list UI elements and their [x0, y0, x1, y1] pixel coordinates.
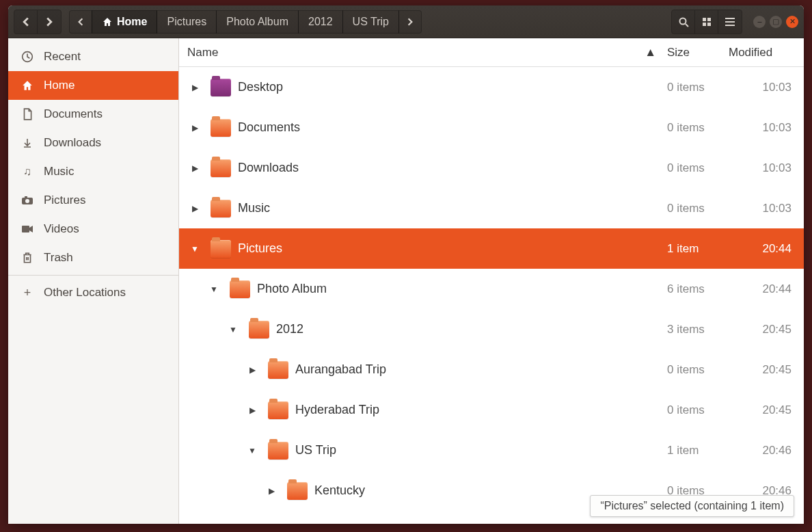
file-modified: 20:46: [729, 444, 804, 457]
file-size: 1 item: [667, 444, 729, 457]
file-size: 0 items: [667, 403, 729, 417]
path-start-button[interactable]: [69, 10, 92, 34]
breadcrumb-home[interactable]: Home: [92, 10, 157, 34]
file-row[interactable]: ▶Downloads0 items10:03: [179, 148, 804, 188]
close-button[interactable]: ✕: [786, 16, 798, 28]
file-size: 0 items: [667, 363, 729, 377]
svg-rect-5: [707, 23, 711, 26]
breadcrumb-item[interactable]: 2012: [298, 10, 343, 34]
clock-icon: [21, 51, 34, 63]
file-size: 0 items: [667, 81, 729, 94]
file-modified: 20:45: [729, 323, 804, 336]
home-icon: [21, 79, 34, 92]
file-row[interactable]: ▶Hyderabad Trip0 items20:45: [179, 390, 804, 430]
file-name: Documents: [238, 120, 300, 135]
hamburger-menu-button[interactable]: [718, 10, 742, 34]
disclosure-closed-icon[interactable]: ▶: [189, 83, 201, 92]
svg-rect-12: [25, 196, 27, 198]
column-size[interactable]: Size: [667, 46, 729, 59]
sidebar-item-trash[interactable]: Trash: [8, 243, 178, 272]
column-headers: Name ▲ Size Modified: [179, 38, 804, 67]
file-modified: 20:45: [729, 403, 804, 417]
sidebar-item-label: Music: [44, 165, 74, 178]
sidebar: RecentHomeDocumentsDownloads♫MusicPictur…: [8, 38, 179, 524]
down-icon: [21, 137, 34, 149]
file-row[interactable]: ▶Documents0 items10:03: [179, 107, 804, 148]
sidebar-item-recent[interactable]: Recent: [8, 42, 178, 71]
svg-rect-3: [707, 18, 711, 21]
sidebar-item-label: Documents: [44, 107, 103, 121]
sidebar-item-other-locations[interactable]: +Other Locations: [8, 278, 178, 307]
path-bar: Home Pictures Photo Album 2012 US Trip: [70, 10, 667, 34]
file-size: 1 item: [667, 242, 729, 256]
disclosure-closed-icon[interactable]: ▶: [189, 123, 201, 133]
file-name: 2012: [276, 322, 303, 336]
maximize-icon: ▢: [772, 17, 779, 26]
file-row[interactable]: ▼US Trip1 item20:46: [179, 430, 804, 470]
file-row[interactable]: ▼Pictures1 item20:44: [179, 228, 804, 269]
file-row[interactable]: ▼Photo Album6 items20:44: [179, 269, 804, 309]
breadcrumb-item[interactable]: US Trip: [342, 10, 399, 34]
minimize-button[interactable]: ‒: [753, 16, 766, 28]
file-name: Music: [238, 201, 270, 215]
folder-icon: [211, 119, 231, 137]
path-overflow-button[interactable]: [398, 10, 422, 34]
sidebar-item-label: Downloads: [44, 136, 101, 150]
folder-icon: [268, 442, 288, 460]
disclosure-open-icon[interactable]: ▼: [246, 446, 258, 455]
status-text: “Pictures” selected (containing 1 item): [600, 500, 784, 511]
sidebar-item-documents[interactable]: Documents: [8, 100, 178, 129]
search-button[interactable]: [672, 10, 695, 34]
breadcrumb-label: Photo Album: [226, 16, 288, 28]
file-row[interactable]: ▶Desktop0 items10:03: [179, 67, 804, 107]
sidebar-item-downloads[interactable]: Downloads: [8, 129, 178, 157]
music-icon: ♫: [21, 165, 34, 178]
file-list[interactable]: ▶Desktop0 items10:03▶Documents0 items10:…: [179, 67, 804, 524]
back-button[interactable]: [14, 10, 38, 34]
file-name: Hyderabad Trip: [295, 403, 379, 417]
file-name: Pictures: [238, 241, 282, 256]
sidebar-item-home[interactable]: Home: [8, 71, 178, 100]
file-name: Aurangabad Trip: [295, 362, 386, 377]
disclosure-closed-icon[interactable]: ▶: [246, 365, 258, 375]
status-bar: “Pictures” selected (containing 1 item): [590, 495, 794, 517]
file-modified: 10:03: [729, 121, 804, 135]
breadcrumb-label: US Trip: [353, 16, 389, 28]
breadcrumb-item[interactable]: Photo Album: [216, 10, 299, 34]
breadcrumb-label: 2012: [308, 16, 333, 28]
column-modified[interactable]: Modified: [729, 46, 804, 59]
sidebar-item-pictures[interactable]: Pictures: [8, 186, 178, 215]
folder-icon: [287, 482, 308, 500]
file-modified: 20:44: [729, 242, 804, 256]
column-name[interactable]: Name ▲: [187, 46, 667, 59]
disclosure-open-icon[interactable]: ▼: [208, 284, 220, 294]
sidebar-item-music[interactable]: ♫Music: [8, 157, 178, 186]
file-size: 0 items: [667, 121, 729, 135]
disclosure-closed-icon[interactable]: ▶: [246, 405, 258, 415]
forward-button[interactable]: [38, 10, 61, 34]
file-row[interactable]: ▶Music0 items10:03: [179, 188, 804, 228]
disclosure-closed-icon[interactable]: ▶: [189, 163, 201, 173]
disclosure-closed-icon[interactable]: ▶: [189, 204, 201, 213]
sidebar-item-videos[interactable]: Videos: [8, 215, 178, 243]
folder-icon: [211, 240, 231, 258]
maximize-button[interactable]: ▢: [770, 16, 782, 28]
disclosure-open-icon[interactable]: ▼: [189, 244, 201, 254]
breadcrumb-item[interactable]: Pictures: [157, 10, 217, 34]
file-row[interactable]: ▶Aurangabad Trip0 items20:45: [179, 349, 804, 390]
disclosure-closed-icon[interactable]: ▶: [265, 486, 278, 496]
file-manager-window: Home Pictures Photo Album 2012 US Trip ‒: [8, 5, 804, 524]
file-row[interactable]: ▼20123 items20:45: [179, 309, 804, 349]
hamburger-icon: [725, 17, 735, 27]
column-label: Modified: [729, 46, 772, 59]
view-grid-button[interactable]: [695, 10, 718, 34]
svg-rect-2: [703, 18, 706, 21]
file-size: 0 items: [667, 202, 729, 215]
disclosure-open-icon[interactable]: ▼: [227, 325, 239, 334]
titlebar: Home Pictures Photo Album 2012 US Trip ‒: [8, 5, 804, 38]
file-size: 3 items: [667, 323, 729, 336]
file-name: US Trip: [295, 443, 336, 457]
file-modified: 20:45: [729, 363, 804, 377]
file-name: Downloads: [238, 161, 299, 175]
minimize-icon: ‒: [757, 17, 762, 26]
